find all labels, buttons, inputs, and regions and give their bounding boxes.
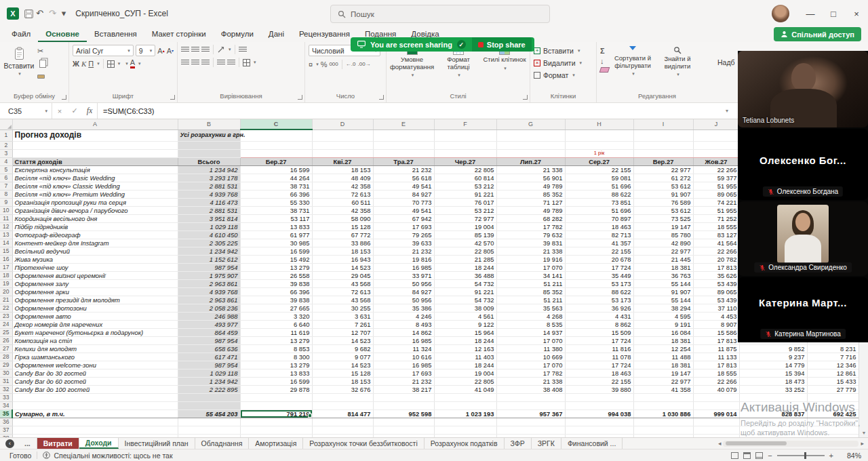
cell[interactable]: 68 282 [496,214,565,222]
cell[interactable] [496,129,565,141]
total-value[interactable]: 4 116 473 [178,198,240,206]
horizontal-scrollbar[interactable]: ◂ ▸ [718,440,864,447]
cell[interactable]: 18 153 [312,377,373,385]
row-header-37[interactable]: 37 [0,426,12,434]
cell[interactable]: 49 541 [373,182,434,190]
orientation-icon[interactable] [217,45,225,54]
cell[interactable]: 16 084 [633,328,693,336]
cut-icon[interactable]: ✂ [37,47,46,55]
header-Кві.27[interactable]: Кві.27 [312,157,373,165]
row-header-3[interactable]: 3 [0,149,12,157]
cell[interactable]: 70 897 [565,214,633,222]
align-bottom-icon[interactable] [201,47,210,53]
cell[interactable] [178,426,240,434]
cell[interactable]: 18 463 [565,369,633,377]
cell[interactable] [807,393,859,401]
cell[interactable]: 49 541 [373,206,434,214]
cell[interactable] [178,393,240,401]
cell[interactable]: 19 916 [496,255,565,263]
sheet-tab-...[interactable]: ... [18,438,37,449]
cell[interactable]: 66 396 [240,190,312,198]
cell[interactable]: 8 907 [693,320,739,328]
dialog-launcher-icon[interactable] [523,95,528,100]
participant-tile[interactable]: Катерина Март... Катерина Мартинова [738,277,868,342]
cell[interactable]: 89 065 [693,190,739,198]
cell[interactable] [240,401,312,409]
row-header-30[interactable]: 30 [0,369,12,377]
accessibility-icon[interactable] [43,452,50,459]
total-value[interactable]: 4 939 768 [178,287,240,296]
paste-button[interactable]: Вставити ▾ [3,45,35,92]
wrap-text-icon[interactable] [239,47,247,53]
cell[interactable]: 88 622 [565,190,633,198]
cell[interactable]: 952 598 [373,409,434,418]
cell[interactable]: 55 330 [240,198,312,206]
cell[interactable] [373,149,434,157]
cell[interactable]: 22 805 [434,165,496,174]
increase-decimal-icon[interactable]: ←.0 [346,60,356,68]
cell[interactable] [434,129,496,141]
cell[interactable]: 79 265 [373,230,434,239]
row-header-23[interactable]: 23 [0,312,12,320]
cell[interactable]: 17 070 [496,263,565,271]
cell[interactable] [12,393,178,401]
cell[interactable] [312,393,373,401]
cell[interactable]: 56 618 [373,174,434,182]
row-label[interactable]: Організація пропозиції руки та серця [12,198,178,206]
cell[interactable]: 16 985 [373,263,434,271]
selected-cell[interactable]: 791 219 [240,409,312,418]
cell[interactable]: 17 693 [373,369,434,377]
cell[interactable]: 33 971 [373,271,434,279]
cell[interactable]: 994 038 [565,409,633,418]
cell[interactable]: 17 693 [373,222,434,230]
cell[interactable]: 19 816 [373,255,434,263]
cell[interactable] [565,426,633,434]
cell[interactable]: 16 599 [240,165,312,174]
cell[interactable]: 10 616 [373,353,434,361]
cell[interactable]: 828 837 [739,409,807,418]
ribbon-tab-Макет сторінки[interactable]: Макет сторінки [144,28,214,42]
cell[interactable] [565,141,633,149]
merge-center-icon[interactable] [243,59,250,66]
cell[interactable]: 3 631 [312,312,373,320]
cell[interactable] [312,418,373,426]
cell[interactable] [633,426,693,434]
sheet-tab-ЗФР[interactable]: ЗФР [505,438,532,449]
cell[interactable]: 15 586 [693,328,739,336]
cell[interactable]: 18 153 [312,165,373,174]
cell[interactable]: 21 338 [496,165,565,174]
total-value[interactable]: 2 058 236 [178,304,240,312]
cell[interactable]: 22 977 [633,165,693,174]
cell[interactable]: 60 814 [434,174,496,182]
cell[interactable] [496,401,565,409]
cell[interactable]: 53 173 [565,279,633,287]
cell[interactable]: 15 964 [434,328,496,336]
cell[interactable] [178,141,240,149]
cell[interactable]: 13 279 [240,336,312,344]
cell[interactable] [240,149,312,157]
row-header-29[interactable]: 29 [0,361,12,369]
cell[interactable]: 14 937 [496,328,565,336]
cell[interactable]: 11 619 [240,328,312,336]
cell[interactable]: 74 221 [693,198,739,206]
cell[interactable] [434,426,496,434]
cell[interactable]: 36 763 [633,271,693,279]
cell[interactable]: 72 977 [434,214,496,222]
cell[interactable]: 21 232 [373,165,434,174]
cell[interactable]: 18 244 [434,263,496,271]
row-header-2[interactable]: 2 [0,141,12,149]
cell[interactable]: 43 568 [312,296,373,304]
cell[interactable] [693,129,739,141]
row-label[interactable]: Оформлення президії для молодят [12,296,178,304]
cell[interactable]: 15 128 [312,369,373,377]
row-header-33[interactable]: 33 [0,393,12,401]
cell[interactable]: 22 805 [434,247,496,255]
cell[interactable]: 692 425 [807,409,859,418]
format-painter-icon[interactable] [37,71,46,79]
cell[interactable]: 11 324 [373,344,434,353]
cell[interactable]: 12 254 [633,344,693,353]
cell[interactable]: 39 838 [240,279,312,287]
minimize-button[interactable]: — [799,0,822,27]
row-header-15[interactable]: 15 [0,247,12,255]
header-Сер.27[interactable]: Сер.27 [565,157,633,165]
